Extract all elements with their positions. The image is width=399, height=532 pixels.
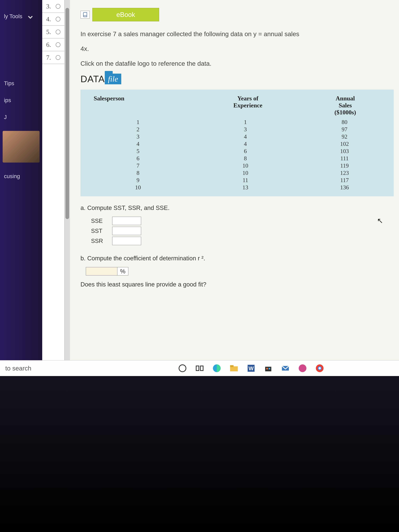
datafile-logo[interactable]: DATA file [81,74,394,84]
table-cell: 102 [303,140,386,147]
svg-rect-10 [269,368,270,369]
search-input[interactable]: to search [5,365,58,372]
thumbnail-image[interactable] [3,131,40,163]
question-a-prompt: a. Compute SST, SSR, and SSE. [81,204,394,211]
sse-label: SSE [91,218,107,224]
table-row: 44102 [89,140,386,147]
table-cell: 8 [89,169,188,177]
table-row: 1180 [89,119,386,126]
data-table: Salesperson Years of Experience Annual S… [81,90,394,196]
intro-text-2: 4x. [81,44,394,54]
svg-point-12 [299,364,306,372]
cursor-icon: ↖ [377,216,383,225]
task-view-icon[interactable] [195,364,204,373]
table-cell: 136 [303,184,386,191]
ssr-label: SSR [91,238,107,244]
svg-text:W: W [249,365,254,371]
svg-rect-9 [266,368,268,369]
radio-icon[interactable] [56,30,60,34]
table-cell: 8 [188,155,303,162]
radio-icon[interactable] [56,42,60,47]
edge-icon[interactable] [212,364,222,373]
table-row: 68111 [89,155,386,162]
store-icon[interactable] [264,364,273,373]
table-cell: 117 [303,177,386,184]
table-cell: 7 [89,162,188,169]
below-screen-area [0,376,399,532]
table-cell: 1 [89,119,188,126]
sidebar-item-tips[interactable]: Tips [0,75,42,92]
datafile-data-label: DATA [81,74,105,84]
cortana-icon[interactable] [178,364,187,373]
question-nav-item[interactable]: 7. [42,51,64,64]
datafile-file-label: file [105,74,121,84]
question-number: 4. [46,15,51,23]
radio-icon[interactable] [56,55,60,60]
table-cell: 6 [89,155,188,162]
table-header: Annual Sales ($1000s) [305,95,386,116]
word-icon[interactable]: W [247,364,256,373]
file-explorer-icon[interactable] [229,364,239,373]
chevron-down-icon[interactable] [26,13,34,21]
table-cell: 5 [89,147,188,155]
table-header: Salesperson [89,95,191,116]
intro-text-3: Click on the datafile logo to reference … [81,59,394,68]
table-cell: 13 [188,184,303,191]
table-row: 2397 [89,126,386,133]
table-cell: 11 [188,177,303,184]
sidebar-item-j[interactable]: J [0,109,42,126]
radio-icon[interactable] [56,4,60,9]
book-icon[interactable] [81,11,90,19]
sse-input[interactable] [112,217,141,225]
svg-point-15 [319,367,321,369]
table-cell: 10 [89,184,188,191]
table-cell: 1 [188,119,303,126]
question-number: 3. [46,3,51,10]
radio-icon[interactable] [56,17,60,21]
table-cell: 10 [188,162,303,169]
sidebar-item-tools[interactable]: ly Tools [0,8,42,25]
table-cell: 119 [303,162,386,169]
question-nav: 3. 4. 5. 6. 7. [42,0,65,376]
question-number: 5. [46,28,51,36]
question-b-prompt: b. Compute the coefficient of determinat… [81,255,394,262]
r2-input[interactable] [86,267,117,276]
svg-rect-5 [230,365,234,367]
svg-rect-2 [200,366,203,371]
table-cell: 4 [188,140,303,147]
svg-point-0 [179,365,186,372]
svg-rect-1 [196,366,199,371]
table-cell: 123 [303,169,386,177]
mail-icon[interactable] [281,364,290,373]
question-nav-item[interactable]: 4. [42,13,64,25]
table-cell: 92 [303,133,386,140]
table-header: Years of Experience [191,95,305,116]
ebook-button[interactable]: eBook [92,8,159,21]
app-icon[interactable] [298,364,307,373]
percent-label: % [117,267,128,276]
scrollbar-track[interactable] [65,0,70,376]
table-cell: 9 [89,177,188,184]
intro-text-1: In exercise 7 a sales manager collected … [81,29,394,39]
table-cell: 10 [188,169,303,177]
sst-input[interactable] [112,227,141,235]
sidebar-item-ips[interactable]: ips [0,92,42,109]
table-row: 1013136 [89,184,386,191]
table-cell: 3 [188,126,303,133]
sidebar-item-focusing[interactable]: cusing [0,168,42,185]
sst-label: SST [91,228,107,234]
table-row: 810123 [89,169,386,177]
content-area: eBook In exercise 7 a sales manager coll… [70,0,399,376]
question-nav-item[interactable]: 3. [42,0,64,13]
ssr-input[interactable] [112,237,141,245]
question-b-followup: Does this least squares line provide a g… [81,281,394,288]
table-cell: 103 [303,147,386,155]
left-sidebar: ly Tools Tips ips J cusing [0,0,42,376]
question-nav-item[interactable]: 6. [42,38,64,51]
table-cell: 4 [89,140,188,147]
table-row: 3492 [89,133,386,140]
table-row: 710119 [89,162,386,169]
chrome-icon[interactable] [315,364,324,373]
scrollbar-thumb[interactable] [65,8,69,219]
question-nav-item[interactable]: 5. [42,25,64,38]
